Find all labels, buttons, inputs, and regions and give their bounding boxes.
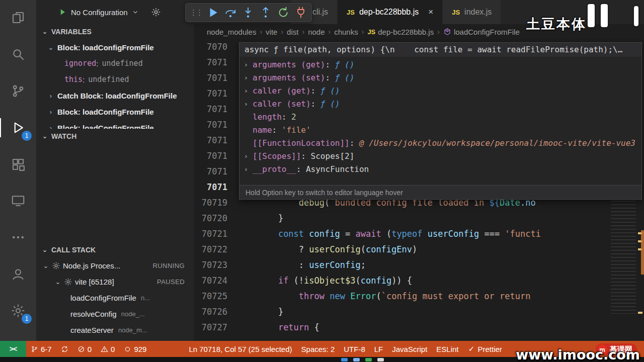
close-icon[interactable]: × <box>428 7 433 17</box>
line-number[interactable]: 70726 <box>194 304 237 320</box>
line-number[interactable]: 7071 <box>194 70 237 86</box>
line-number[interactable]: 7071 <box>194 148 237 164</box>
line-number[interactable]: 7071 <box>194 86 237 102</box>
activity-item-run-debug[interactable]: 1 <box>6 116 30 139</box>
breadcrumb-item[interactable]: vite <box>266 28 277 36</box>
scrollbar-thumb[interactable] <box>641 230 644 275</box>
chevron-icon[interactable]: › <box>47 92 54 100</box>
line-number[interactable]: 70722 <box>194 242 237 257</box>
chevron-down-icon[interactable] <box>131 8 139 16</box>
activity-item-extensions[interactable] <box>6 153 30 176</box>
start-debugging-icon[interactable] <box>57 7 67 17</box>
activity-item-more-views[interactable] <box>6 226 30 249</box>
chevron-right-icon[interactable]: › <box>239 58 253 71</box>
status-item-eol[interactable]: LF <box>370 341 388 357</box>
status-item-prettier[interactable]: ✓Prettier <box>463 341 507 357</box>
drag-grip-icon[interactable]: ⋮⋮ <box>190 8 202 17</box>
hover-property-row[interactable]: ›[[Scopes]]: Scopes[2] <box>239 150 641 163</box>
debug-session-row[interactable]: ⌄Node.js Proces...RUNNING <box>36 257 194 274</box>
step-into-icon[interactable] <box>242 6 255 19</box>
code-line[interactable]: 70723 : userConfig; <box>194 257 644 273</box>
debug-gear-icon[interactable] <box>151 7 161 17</box>
restart-icon[interactable] <box>277 6 290 19</box>
variable-scope-row[interactable]: ›Catch Block: loadConfigFromFile <box>36 87 194 104</box>
breadcrumb-item[interactable]: chunks <box>334 28 358 36</box>
chevron-right-icon[interactable]: › <box>239 98 253 111</box>
variable-scope-row[interactable]: ›Block: loadConfigFromFile <box>36 104 194 120</box>
variables-section-header[interactable]: ⌄ VARIABLES <box>36 24 194 39</box>
line-number[interactable]: 7071 <box>194 55 237 70</box>
breadcrumb-item[interactable]: dist <box>287 28 298 36</box>
breadcrumb-item[interactable]: JSdep-bc228bbb.js <box>367 28 434 36</box>
status-item-git-branch[interactable]: 6-7 <box>26 341 56 357</box>
status-item-warnings[interactable]: 0 <box>96 341 119 357</box>
status-item-encoding[interactable]: UTF-8 <box>339 341 370 357</box>
variable-row[interactable]: this:undefined <box>36 71 194 87</box>
code-line[interactable]: 70726 } <box>194 304 644 320</box>
variable-row[interactable]: ignored:undefined <box>36 55 194 71</box>
activity-item-search[interactable] <box>6 43 30 66</box>
line-number[interactable]: 70727 <box>194 320 237 335</box>
variable-scope-row[interactable]: ⌄Block: loadConfigFromFile <box>36 39 194 55</box>
status-item-counter[interactable]: 929 <box>119 341 151 357</box>
code-line[interactable]: 70722 ? userConfig(configEnv) <box>194 242 644 257</box>
stack-frame-row[interactable]: loadConfigFromFilen... <box>36 290 194 306</box>
line-number[interactable]: 70719 <box>194 195 237 211</box>
debug-config-select[interactable]: No Configuration <box>71 8 128 17</box>
status-item-errors[interactable]: 0 <box>73 341 96 357</box>
code-line[interactable]: 70727 return { <box>194 320 644 335</box>
step-over-icon[interactable] <box>224 6 237 19</box>
hover-property-row[interactable]: ›arguments (get): ƒ () <box>239 58 641 71</box>
line-number[interactable]: 7071 <box>194 133 237 148</box>
code-line[interactable]: 70724 if (!isObject$3(config)) { <box>194 273 644 289</box>
chevron-icon[interactable]: › <box>47 124 54 129</box>
line-number[interactable]: 70723 <box>194 257 237 273</box>
watch-section-header[interactable]: ⌄ WATCH <box>36 129 194 144</box>
breadcrumb-item[interactable]: node_modules <box>207 28 256 36</box>
hover-property-row[interactable]: ›__proto__: AsyncFunction <box>239 163 641 176</box>
hover-property-row[interactable]: ›arguments (set): ƒ () <box>239 71 641 84</box>
line-number[interactable]: 70724 <box>194 273 237 289</box>
tab-index.js[interactable]: JSindex.js <box>443 0 501 24</box>
code-editor[interactable]: 7070707170717071707170717071707170717071… <box>194 39 644 341</box>
code-line[interactable]: 70725 throw new Error(`config must expor… <box>194 289 644 304</box>
step-out-icon[interactable] <box>259 6 272 19</box>
chevron-right-icon[interactable]: › <box>239 150 253 163</box>
chevron-icon[interactable]: › <box>47 108 54 116</box>
activity-item-settings[interactable]: 1 <box>6 299 30 322</box>
chevron-right-icon[interactable]: › <box>239 84 253 98</box>
remote-indicator[interactable]: >< <box>0 341 26 357</box>
code-line[interactable]: 70721 const config = await (typeof userC… <box>194 226 644 242</box>
disconnect-icon[interactable] <box>294 6 307 19</box>
line-number[interactable]: 7071 <box>194 117 237 133</box>
chevron-icon[interactable]: ⌄ <box>47 44 54 51</box>
chevron-down-icon[interactable]: ⌄ <box>54 278 61 286</box>
chevron-right-icon[interactable]: › <box>239 163 253 176</box>
status-item-language[interactable]: JavaScript <box>387 341 432 357</box>
status-item-eslint[interactable]: ESLint <box>432 341 463 357</box>
chevron-right-icon[interactable]: › <box>239 71 253 84</box>
variable-scope-row[interactable]: ›Block: loadConfigFromFile <box>36 120 194 129</box>
tab-dep-bc228bbb.js[interactable]: JSdep-bc228bbb.js× <box>338 0 443 24</box>
activity-item-source-control[interactable] <box>6 79 30 103</box>
code-line[interactable]: 70720 } <box>194 211 644 226</box>
continue-icon[interactable] <box>206 6 219 19</box>
breadcrumb-item[interactable]: loadConfigFromFile <box>443 28 520 36</box>
status-item-indentation[interactable]: Spaces: 2 <box>297 341 340 357</box>
status-item-sync[interactable] <box>56 341 73 357</box>
line-number[interactable]: 70725 <box>194 289 237 304</box>
callstack-section-header[interactable]: ⌄ CALL STACK <box>36 242 194 257</box>
stack-frame-row[interactable]: createServernode_m... <box>36 322 194 338</box>
chevron-down-icon[interactable]: ⌄ <box>42 262 49 269</box>
line-number[interactable]: 7071 <box>194 179 237 195</box>
activity-item-remote-explorer[interactable] <box>6 189 30 212</box>
line-number[interactable]: 7071 <box>194 164 237 179</box>
hover-property-row[interactable]: ›caller (get): ƒ () <box>239 84 641 98</box>
status-item-cursor-position[interactable]: Ln 70718, Col 57 (25 selected) <box>184 341 296 357</box>
breadcrumb-item[interactable]: node <box>308 28 325 36</box>
stack-frame-row[interactable]: resolveConfignode_... <box>36 306 194 322</box>
line-number[interactable]: 7070 <box>194 39 237 55</box>
activity-item-explorer[interactable] <box>6 6 30 29</box>
line-number[interactable]: 70720 <box>194 211 237 226</box>
hover-property-row[interactable]: ›caller (set): ƒ () <box>239 98 641 111</box>
